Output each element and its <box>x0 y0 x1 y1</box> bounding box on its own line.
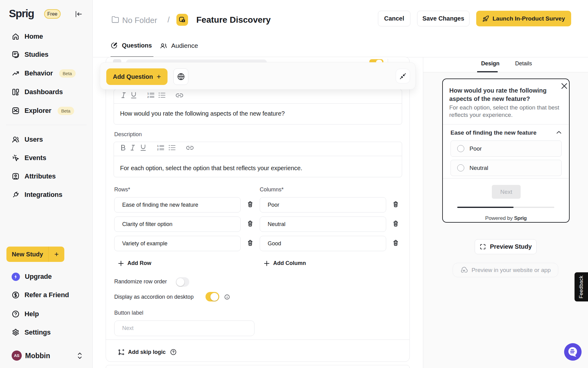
svg-text:1: 1 <box>157 145 159 148</box>
svg-text:1: 1 <box>147 92 149 95</box>
svg-text:2: 2 <box>147 95 149 98</box>
svg-text:2: 2 <box>157 148 159 151</box>
